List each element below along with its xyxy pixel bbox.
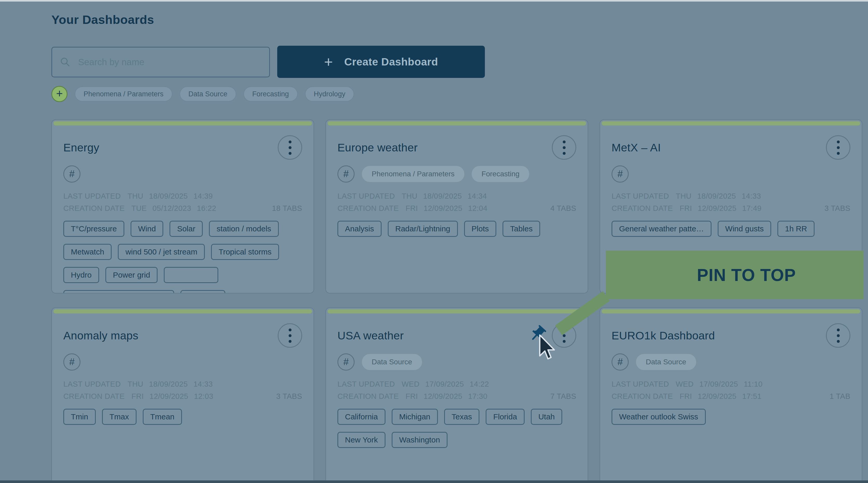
last-updated-time: 14:33 bbox=[742, 192, 761, 201]
filter-pill[interactable]: Forecasting bbox=[244, 87, 298, 101]
pin-to-top-callout: PIN TO TOP bbox=[606, 250, 864, 299]
last-updated-label: LAST UPDATED bbox=[63, 192, 121, 201]
tag-pill[interactable]: 1h RR bbox=[777, 221, 814, 237]
page-title: Your Dashboards bbox=[52, 12, 154, 27]
last-updated-row: LAST UPDATEDTHU18/09/202514:33 bbox=[612, 190, 850, 202]
tag-pill[interactable]: Plots bbox=[464, 221, 497, 237]
creation-date-date: 12/09/2025 bbox=[424, 392, 462, 401]
tag-pill[interactable]: Weather outlook Swiss bbox=[612, 409, 706, 425]
card-menu-button[interactable] bbox=[552, 323, 576, 348]
filter-pill[interactable]: Hydrology bbox=[305, 87, 354, 101]
tag-pill[interactable]: Michigan bbox=[392, 409, 438, 425]
tag-pill[interactable]: Metwatch bbox=[63, 244, 112, 260]
last-updated-date: 17/09/2025 bbox=[699, 380, 738, 389]
card-meta: LAST UPDATEDWED17/09/202511:10CREATION D… bbox=[612, 378, 850, 402]
hash-badge[interactable]: # bbox=[337, 354, 354, 370]
last-updated-time: 14:39 bbox=[193, 192, 213, 201]
card-header: Europe weather bbox=[337, 135, 576, 159]
tag-pill[interactable]: Florida bbox=[486, 409, 525, 425]
tag-pill[interactable]: Texas bbox=[444, 409, 479, 425]
last-updated-row: LAST UPDATEDTHU18/09/202514:34 bbox=[337, 190, 576, 202]
card-menu-button[interactable] bbox=[826, 323, 850, 348]
pin-icon[interactable] bbox=[523, 320, 552, 348]
card-badges: #Data Source bbox=[337, 353, 576, 371]
creation-date-date: 12/09/2025 bbox=[424, 204, 462, 213]
tag-pill[interactable]: Tmean bbox=[143, 409, 182, 425]
hash-badge[interactable]: # bbox=[337, 165, 354, 183]
hash-icon: # bbox=[69, 357, 75, 367]
tag-pill-cutoff[interactable] bbox=[180, 290, 225, 294]
dashboard-card[interactable]: Energy#LAST UPDATEDTHU18/09/202514:39CRE… bbox=[52, 119, 314, 294]
category-pill[interactable]: Data Source bbox=[636, 354, 696, 370]
tag-pill[interactable]: Tmax bbox=[102, 409, 136, 425]
creation-date-row: CREATION DATEFRI12/09/202517:307 TABS bbox=[337, 390, 576, 402]
tag-pill[interactable]: New York bbox=[337, 432, 385, 448]
card-header: Energy bbox=[63, 135, 302, 159]
tag-pill[interactable]: Hydro bbox=[63, 267, 99, 283]
card-tags: T°C/pressureWindSolarstation / modelsMet… bbox=[63, 221, 302, 294]
dashboard-card[interactable]: Anomaly maps#LAST UPDATEDTHU18/09/202514… bbox=[52, 307, 314, 483]
creation-date-date: 12/09/2025 bbox=[698, 204, 736, 213]
tag-pill[interactable]: Utah bbox=[531, 409, 562, 425]
tag-pill[interactable]: T°C/pressure bbox=[63, 221, 124, 237]
card-menu-button[interactable] bbox=[278, 135, 302, 160]
card-title: Europe weather bbox=[337, 141, 417, 154]
tag-pill[interactable]: Tropical storms bbox=[211, 244, 279, 260]
dashboard-grid: Energy#LAST UPDATEDTHU18/09/202514:39CRE… bbox=[52, 119, 863, 483]
category-pill[interactable]: Forecasting bbox=[472, 166, 529, 182]
tag-pill[interactable]: Tables bbox=[502, 221, 540, 237]
tag-pill[interactable]: Wind bbox=[130, 221, 163, 237]
creation-date-day: TUE bbox=[131, 204, 147, 213]
hash-icon: # bbox=[69, 169, 75, 179]
last-updated-day: THU bbox=[676, 192, 691, 201]
tag-pill[interactable]: Radar/Lightning bbox=[388, 221, 458, 237]
last-updated-date: 18/09/2025 bbox=[149, 192, 188, 201]
plus-icon: + bbox=[324, 54, 333, 69]
tab-count: 3 TABS bbox=[276, 392, 302, 401]
hash-icon: # bbox=[343, 357, 349, 367]
tag-pill[interactable]: Wind gusts bbox=[718, 221, 771, 237]
tag-pill[interactable]: station / models bbox=[209, 221, 279, 237]
tag-pill[interactable]: California bbox=[337, 409, 385, 425]
creation-date-time: 16:22 bbox=[197, 204, 216, 213]
dashboard-card[interactable]: EURO1k Dashboard#Data SourceLAST UPDATED… bbox=[599, 307, 862, 483]
card-tags: Weather outlook Swiss bbox=[612, 409, 850, 425]
hash-badge[interactable]: # bbox=[612, 354, 629, 370]
tag-pill[interactable]: Power grid bbox=[105, 267, 158, 283]
creation-date-label: CREATION DATE bbox=[63, 204, 125, 213]
tag-pill[interactable]: General weather patte… bbox=[612, 221, 711, 237]
category-pill[interactable]: Phenomena / Parameters bbox=[362, 166, 464, 182]
creation-date-time: 17:30 bbox=[468, 392, 488, 401]
tag-pill[interactable]: Solar bbox=[169, 221, 203, 237]
creation-date-date: 12/09/2025 bbox=[698, 392, 736, 401]
creation-date-label: CREATION DATE bbox=[337, 204, 399, 213]
tag-pill[interactable]: Washington bbox=[392, 432, 447, 448]
filter-pill[interactable]: Phenomena / Parameters bbox=[75, 87, 173, 101]
add-filter-button[interactable]: + bbox=[52, 86, 67, 102]
tag-pill-cutoff[interactable] bbox=[63, 290, 174, 294]
filter-pill[interactable]: Data Source bbox=[180, 87, 236, 101]
last-updated-label: LAST UPDATED bbox=[63, 380, 121, 389]
search-input[interactable] bbox=[78, 57, 262, 67]
card-menu-button[interactable] bbox=[552, 135, 576, 160]
tag-pill-cutoff[interactable] bbox=[164, 267, 218, 283]
tag-pill[interactable]: wind 500 / jet stream bbox=[118, 244, 205, 260]
tab-count: 18 TABS bbox=[272, 204, 302, 213]
last-updated-day: THU bbox=[127, 380, 143, 389]
last-updated-time: 14:22 bbox=[470, 380, 489, 389]
card-menu-button[interactable] bbox=[278, 323, 302, 348]
card-menu-button[interactable] bbox=[826, 135, 850, 160]
dashboard-card[interactable]: Europe weather#Phenomena / ParametersFor… bbox=[326, 119, 588, 294]
card-title: EURO1k Dashboard bbox=[612, 329, 715, 342]
create-dashboard-button[interactable]: + Create Dashboard bbox=[277, 46, 485, 78]
dashboard-card[interactable]: USA weather#Data SourceLAST UPDATEDWED17… bbox=[326, 307, 588, 483]
tag-pill[interactable]: Tmin bbox=[63, 409, 96, 425]
hash-badge[interactable]: # bbox=[63, 165, 81, 183]
last-updated-row: LAST UPDATEDWED17/09/202511:10 bbox=[612, 378, 850, 390]
pin-to-top-label: PIN TO TOP bbox=[697, 265, 796, 285]
creation-date-day: FRI bbox=[131, 392, 144, 401]
category-pill[interactable]: Data Source bbox=[362, 354, 422, 370]
hash-badge[interactable]: # bbox=[612, 165, 629, 183]
hash-badge[interactable]: # bbox=[63, 354, 81, 370]
tag-pill[interactable]: Analysis bbox=[337, 221, 381, 237]
